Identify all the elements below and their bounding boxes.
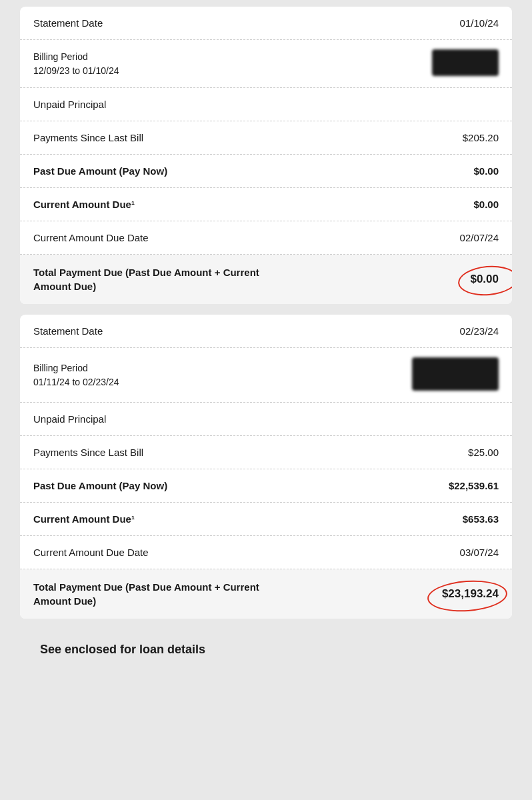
unpaid-principal-row-1: Unpaid Principal (20, 88, 512, 121)
payments-since-value-1: $205.20 (463, 132, 499, 143)
billing-period-row-2: Billing Period 01/11/24 to 02/23/24 (20, 348, 512, 403)
payments-since-row-1: Payments Since Last Bill $205.20 (20, 121, 512, 155)
payments-since-row-2: Payments Since Last Bill $25.00 (20, 436, 512, 469)
payments-since-value-2: $25.00 (468, 447, 499, 458)
total-value-wrapper-1: $0.00 (470, 273, 499, 286)
current-amount-due-label-2: Current Amount Due¹ (33, 512, 135, 526)
current-due-date-label-2: Current Amount Due Date (33, 545, 149, 559)
past-due-label-1: Past Due Amount (Pay Now) (33, 164, 167, 178)
statement-date-value-2: 02/23/24 (460, 325, 499, 337)
billing-period-value-2 (412, 357, 499, 393)
redacted-unpaid-2 (412, 357, 499, 391)
billing-period-row-1: Billing Period 12/09/23 to 01/10/24 (20, 40, 512, 88)
statement-date-label-2: Statement Date (33, 324, 103, 338)
billing-period-value-1 (432, 49, 499, 78)
current-amount-due-label-1: Current Amount Due¹ (33, 197, 135, 211)
total-payment-row-2: Total Payment Due (Past Due Amount + Cur… (20, 569, 512, 619)
statement-date-label-1: Statement Date (33, 16, 103, 30)
past-due-label-2: Past Due Amount (Pay Now) (33, 479, 167, 493)
see-enclosed-footer: See enclosed for loan details (20, 629, 512, 663)
payments-since-label-1: Payments Since Last Bill (33, 131, 143, 145)
total-payment-value-2: $23,193.24 (442, 587, 499, 600)
current-due-date-row-2: Current Amount Due Date 03/07/24 (20, 536, 512, 569)
unpaid-principal-label-1: Unpaid Principal (33, 97, 106, 111)
current-amount-due-value-2: $653.63 (463, 513, 499, 525)
unpaid-principal-row-2: Unpaid Principal (20, 403, 512, 436)
past-due-value-2: $22,539.61 (449, 480, 499, 491)
current-due-date-value-1: 02/07/24 (460, 232, 499, 243)
total-payment-value-1: $0.00 (470, 273, 499, 285)
current-due-date-row-1: Current Amount Due Date 02/07/24 (20, 221, 512, 255)
current-due-date-label-1: Current Amount Due Date (33, 231, 149, 245)
current-amount-due-value-1: $0.00 (473, 199, 499, 210)
billing-period-label-1: Billing Period 12/09/23 to 01/10/24 (33, 50, 119, 78)
billing-period-label-2: Billing Period 01/11/24 to 02/23/24 (33, 361, 119, 389)
total-payment-row-1: Total Payment Due (Past Due Amount + Cur… (20, 255, 512, 304)
current-amount-due-row-2: Current Amount Due¹ $653.63 (20, 503, 512, 536)
payments-since-label-2: Payments Since Last Bill (33, 445, 143, 459)
current-due-date-value-2: 03/07/24 (460, 547, 499, 558)
statement-card-2: Statement Date 02/23/24 Billing Period 0… (20, 315, 512, 619)
statement-card-1: Statement Date 01/10/24 Billing Period 1… (20, 7, 512, 304)
past-due-row-1: Past Due Amount (Pay Now) $0.00 (20, 155, 512, 188)
total-value-wrapper-2: $23,193.24 (442, 587, 499, 601)
total-payment-label-1: Total Payment Due (Past Due Amount + Cur… (33, 265, 289, 293)
current-amount-due-row-1: Current Amount Due¹ $0.00 (20, 188, 512, 221)
statement-date-value-1: 01/10/24 (460, 17, 499, 29)
unpaid-principal-label-2: Unpaid Principal (33, 412, 106, 426)
past-due-row-2: Past Due Amount (Pay Now) $22,539.61 (20, 469, 512, 503)
past-due-value-1: $0.00 (473, 165, 499, 177)
redacted-unpaid-1 (432, 49, 499, 76)
statement-date-row-1: Statement Date 01/10/24 (20, 7, 512, 40)
total-payment-label-2: Total Payment Due (Past Due Amount + Cur… (33, 580, 289, 608)
statement-date-row-2: Statement Date 02/23/24 (20, 315, 512, 348)
